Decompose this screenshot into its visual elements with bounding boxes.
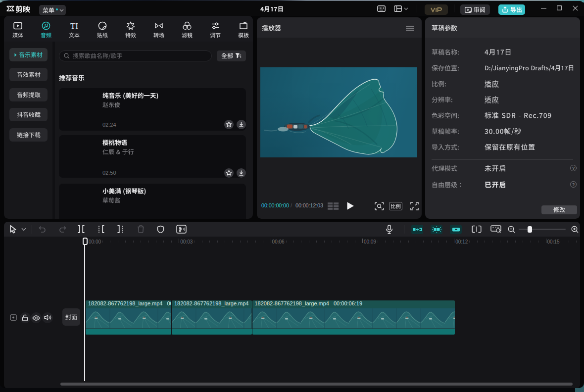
svg-text:TI: TI [70, 21, 78, 31]
